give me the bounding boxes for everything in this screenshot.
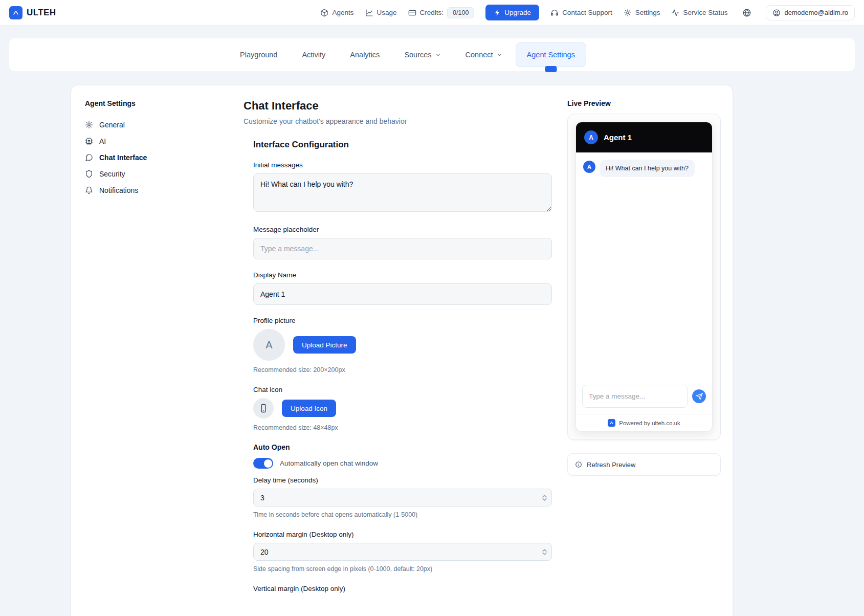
display-name-input[interactable] [253, 283, 552, 305]
toggle-knob [264, 459, 272, 468]
tab-playground[interactable]: Playground [229, 42, 289, 67]
chat-widget-preview: A Agent 1 A Hi! What can I help you with… [575, 122, 713, 432]
logo-icon [9, 6, 23, 19]
active-tab-indicator [545, 66, 557, 72]
tab-analytics[interactable]: Analytics [339, 42, 391, 67]
tab-agent-settings[interactable]: Agent Settings [516, 42, 586, 67]
nav-usage-label: Usage [377, 9, 397, 16]
brand-logo[interactable]: ULTEH [9, 6, 56, 19]
chat-header-avatar-letter: A [589, 134, 593, 141]
nav-credits-label: Credits: [420, 9, 444, 16]
upload-icon-button[interactable]: Upload Icon [282, 400, 336, 417]
credits-badge: 0/100 [447, 7, 474, 18]
delay-time-input-wrap [253, 489, 552, 507]
chat-icon-size-hint: Recommended size: 48×48px [253, 424, 552, 432]
user-account-chip[interactable]: demodemo@aldim.ro [766, 5, 855, 20]
initial-messages-field: Initial messages Hi! What can I help you… [253, 161, 552, 214]
bot-message-row: A Hi! What can I help you with? [583, 160, 705, 177]
nav-service-status[interactable]: Service Status [671, 9, 727, 17]
sidebar-item-label: Security [99, 170, 125, 178]
bot-message-bubble: Hi! What can I help you with? [600, 160, 695, 177]
tab-activity[interactable]: Activity [291, 42, 337, 67]
upload-picture-button[interactable]: Upload Picture [293, 336, 356, 354]
page-body: Agent Settings General AI Chat Interface… [0, 71, 864, 616]
preview-message-input[interactable] [582, 385, 688, 408]
gear-icon [85, 121, 93, 129]
tab-activity-label: Activity [302, 51, 325, 59]
auto-open-field: Auto Open Automatically open chat window [253, 443, 552, 469]
sidebar-item-label: AI [99, 137, 106, 145]
live-preview-panel: Live Preview A Agent 1 A H [567, 99, 721, 616]
sidebar-item-notifications[interactable]: Notifications [85, 182, 243, 199]
tab-connect[interactable]: Connect [454, 42, 514, 67]
chat-agent-name: Agent 1 [604, 133, 632, 142]
auto-open-description: Automatically open chat window [280, 459, 378, 467]
message-placeholder-input[interactable] [253, 238, 552, 259]
chat-icon-field: Chat icon Upload Icon Recommended size: … [253, 385, 552, 432]
stepper-icon[interactable] [542, 548, 547, 556]
profile-size-hint: Recommended size: 200×200px [253, 366, 552, 374]
preview-card: A Agent 1 A Hi! What can I help you with… [567, 114, 721, 440]
chat-messages-area: A Hi! What can I help you with? [576, 152, 712, 379]
chat-header-avatar: A [584, 130, 598, 144]
nav-contact-support[interactable]: Contact Support [550, 9, 612, 17]
nav-settings-label: Settings [635, 9, 660, 16]
initial-messages-textarea[interactable]: Hi! What can I help you with? [253, 173, 552, 212]
sidebar-item-security[interactable]: Security [85, 166, 243, 182]
auto-open-toggle[interactable] [253, 458, 273, 469]
bolt-icon [494, 9, 501, 16]
navbar-right: Agents Usage Credits: 0/100 Upgrade Cont… [320, 5, 855, 20]
chat-input-row [576, 379, 712, 414]
nav-agents-label: Agents [332, 9, 353, 16]
subnav-wrapper: Playground Activity Analytics Sources Co… [0, 26, 864, 71]
profile-picture-field: Profile picture A Upload Picture Recomme… [253, 316, 552, 374]
send-button[interactable] [692, 389, 706, 403]
tab-agent-settings-label: Agent Settings [527, 51, 575, 59]
horizontal-margin-input[interactable] [253, 543, 552, 561]
brand-name: ULTEH [27, 8, 56, 18]
chat-icon-label: Chat icon [253, 385, 552, 394]
sidebar-item-chat-interface[interactable]: Chat Interface [85, 149, 243, 166]
nav-usage[interactable]: Usage [365, 9, 397, 17]
smartphone-icon [259, 404, 268, 413]
nav-service-status-label: Service Status [683, 9, 727, 16]
sidebar-item-label: Notifications [99, 186, 138, 194]
tab-playground-label: Playground [240, 51, 277, 59]
chevron-down-icon [435, 52, 441, 58]
gear-icon [624, 9, 632, 17]
nav-credits[interactable]: Credits: 0/100 [408, 7, 475, 18]
sidebar-item-label: Chat Interface [99, 153, 147, 162]
sidebar-item-general[interactable]: General [85, 117, 243, 133]
refresh-preview-label: Refresh Preview [587, 461, 635, 469]
vertical-margin-label: Vertical margin (Desktop only) [253, 584, 552, 593]
pulse-icon [671, 9, 679, 17]
powered-by-link[interactable]: Powered by ulteh.co.uk [576, 414, 712, 431]
powered-logo-icon [608, 419, 615, 427]
tab-sources-label: Sources [404, 51, 431, 59]
nav-settings[interactable]: Settings [624, 9, 660, 17]
section-title: Interface Configuration [253, 139, 552, 150]
upgrade-label: Upgrade [504, 9, 531, 16]
message-placeholder-label: Message placeholder [253, 225, 552, 234]
sidebar-item-ai[interactable]: AI [85, 133, 243, 149]
chart-icon [365, 9, 373, 17]
profile-avatar-letter: A [265, 339, 272, 351]
refresh-preview-button[interactable]: Refresh Preview [567, 453, 721, 476]
language-globe-button[interactable] [739, 5, 755, 20]
delay-time-field: Delay time (seconds) Time in seconds bef… [253, 476, 552, 519]
bell-icon [85, 186, 93, 194]
tab-sources[interactable]: Sources [393, 42, 452, 67]
page-subtitle: Customize your chatbot's appearance and … [243, 117, 552, 126]
upgrade-button[interactable]: Upgrade [485, 5, 539, 20]
info-icon [575, 461, 582, 468]
agent-settings-card: Agent Settings General AI Chat Interface… [71, 85, 733, 616]
display-name-label: Display Name [253, 271, 552, 279]
nav-agents[interactable]: Agents [320, 9, 353, 17]
auto-open-label: Auto Open [253, 443, 552, 452]
cube-icon [320, 9, 328, 17]
stepper-icon[interactable] [542, 494, 547, 502]
delay-time-input[interactable] [253, 489, 552, 507]
send-icon [696, 393, 703, 400]
chat-icon-row: Upload Icon [253, 398, 552, 419]
cpu-icon [85, 137, 93, 145]
